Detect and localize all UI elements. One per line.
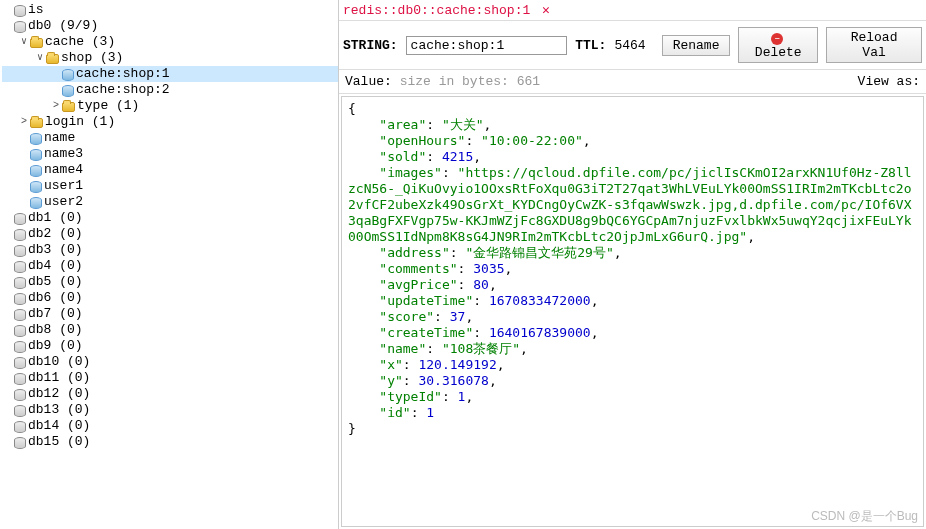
tree-item[interactable]: name3 xyxy=(2,146,338,162)
tree-item[interactable]: user1 xyxy=(2,178,338,194)
key-icon xyxy=(62,69,74,81)
main-panel: redis::db0::cache:shop:1 ✕ STRING: TTL: … xyxy=(339,0,926,529)
tree-item[interactable]: db6 (0) xyxy=(2,290,338,306)
folder-icon xyxy=(30,118,43,128)
toggle-icon[interactable]: ∨ xyxy=(34,50,46,66)
toggle-icon[interactable]: > xyxy=(50,98,62,114)
tree-item[interactable]: db14 (0) xyxy=(2,418,338,434)
tree-label: is xyxy=(28,2,44,18)
tree-item[interactable]: db9 (0) xyxy=(2,338,338,354)
tree-item[interactable]: >type (1) xyxy=(2,98,338,114)
tree-item[interactable]: name xyxy=(2,130,338,146)
tree-label: name4 xyxy=(44,162,83,178)
tree-item[interactable]: cache:shop:2 xyxy=(2,82,338,98)
db-icon xyxy=(14,341,26,353)
tree-label: name xyxy=(44,130,75,146)
value-bar: Value: size in bytes: 661 View as: xyxy=(339,70,926,94)
db-icon xyxy=(14,421,26,433)
tree-item[interactable]: db8 (0) xyxy=(2,322,338,338)
reload-button[interactable]: Reload Val xyxy=(826,27,922,63)
tree-label: db13 (0) xyxy=(28,402,90,418)
tree-label: type (1) xyxy=(77,98,139,114)
tree-label: db10 (0) xyxy=(28,354,90,370)
tree-item[interactable]: user2 xyxy=(2,194,338,210)
toggle-icon[interactable]: > xyxy=(18,114,30,130)
tree-item[interactable]: db15 (0) xyxy=(2,434,338,450)
tree-item[interactable]: db13 (0) xyxy=(2,402,338,418)
delete-icon: – xyxy=(771,33,783,45)
tree-label: db2 (0) xyxy=(28,226,83,242)
key-icon xyxy=(30,197,42,209)
tree-label: db3 (0) xyxy=(28,242,83,258)
tree-label: db9 (0) xyxy=(28,338,83,354)
db-icon xyxy=(14,309,26,321)
db-icon xyxy=(14,389,26,401)
key-input[interactable] xyxy=(406,36,568,55)
tree-item[interactable]: db11 (0) xyxy=(2,370,338,386)
key-icon xyxy=(30,165,42,177)
tree-item[interactable]: db0 (9/9) xyxy=(2,18,338,34)
ttl-value: 5464 xyxy=(614,38,645,53)
key-tree[interactable]: isdb0 (9/9)∨cache (3)∨shop (3)cache:shop… xyxy=(0,0,338,529)
tree-label: user1 xyxy=(44,178,83,194)
db-icon xyxy=(14,293,26,305)
tree-item[interactable]: db2 (0) xyxy=(2,226,338,242)
db-icon xyxy=(14,437,26,449)
db-icon xyxy=(14,325,26,337)
tree-label: db14 (0) xyxy=(28,418,90,434)
tree-label: db8 (0) xyxy=(28,322,83,338)
tree-item[interactable]: name4 xyxy=(2,162,338,178)
db-icon xyxy=(14,245,26,257)
tree-label: db1 (0) xyxy=(28,210,83,226)
folder-icon xyxy=(46,54,59,64)
db-icon xyxy=(14,357,26,369)
tree-label: cache:shop:1 xyxy=(76,66,170,82)
view-as-label[interactable]: View as: xyxy=(858,74,920,89)
tree-label: db7 (0) xyxy=(28,306,83,322)
db-icon xyxy=(14,261,26,273)
tree-label: shop (3) xyxy=(61,50,123,66)
value-viewer[interactable]: { "area": "大关", "openHours": "10:00-22:0… xyxy=(341,96,924,527)
tree-label: db6 (0) xyxy=(28,290,83,306)
tree-item[interactable]: is xyxy=(2,2,338,18)
tree-item[interactable]: db5 (0) xyxy=(2,274,338,290)
tree-item[interactable]: db10 (0) xyxy=(2,354,338,370)
db-icon xyxy=(14,405,26,417)
db-icon xyxy=(14,373,26,385)
db-icon xyxy=(14,277,26,289)
key-icon xyxy=(62,85,74,97)
tree-label: name3 xyxy=(44,146,83,162)
rename-button[interactable]: Rename xyxy=(662,35,731,56)
tree-item[interactable]: ∨cache (3) xyxy=(2,34,338,50)
tab-label[interactable]: redis::db0::cache:shop:1 xyxy=(343,3,530,18)
tree-label: cache:shop:2 xyxy=(76,82,170,98)
tree-item[interactable]: db7 (0) xyxy=(2,306,338,322)
tree-label: db5 (0) xyxy=(28,274,83,290)
tree-label: db15 (0) xyxy=(28,434,90,450)
tree-label: cache (3) xyxy=(45,34,115,50)
size-info: size in bytes: 661 xyxy=(400,74,540,89)
tree-item[interactable]: db3 (0) xyxy=(2,242,338,258)
type-label: STRING: xyxy=(343,38,398,53)
tree-item[interactable]: cache:shop:1 xyxy=(2,66,338,82)
delete-button[interactable]: –Delete xyxy=(738,27,818,63)
tree-label: db11 (0) xyxy=(28,370,90,386)
tree-item[interactable]: >login (1) xyxy=(2,114,338,130)
tree-item[interactable]: db1 (0) xyxy=(2,210,338,226)
tree-label: db4 (0) xyxy=(28,258,83,274)
db-icon xyxy=(14,229,26,241)
watermark: CSDN @是一个Bug xyxy=(811,508,918,525)
tree-item[interactable]: db12 (0) xyxy=(2,386,338,402)
tree-label: db0 (9/9) xyxy=(28,18,98,34)
tree-label: login (1) xyxy=(45,114,115,130)
toggle-icon[interactable]: ∨ xyxy=(18,34,30,50)
value-label: Value: xyxy=(345,74,392,89)
tree-label: db12 (0) xyxy=(28,386,90,402)
db-icon xyxy=(14,21,26,33)
folder-icon xyxy=(30,38,43,48)
close-icon[interactable]: ✕ xyxy=(542,3,550,18)
tree-item[interactable]: db4 (0) xyxy=(2,258,338,274)
ttl-label: TTL: xyxy=(575,38,606,53)
info-bar: STRING: TTL: 5464 Rename –Delete Reload … xyxy=(339,21,926,70)
tree-item[interactable]: ∨shop (3) xyxy=(2,50,338,66)
